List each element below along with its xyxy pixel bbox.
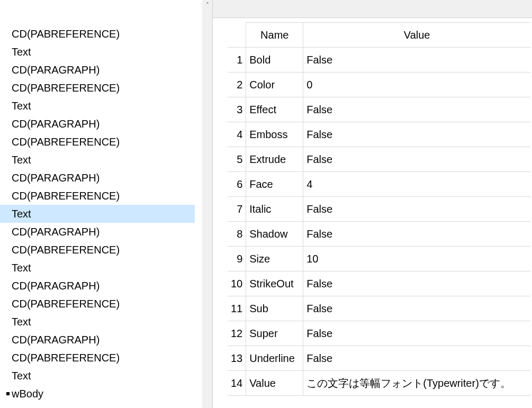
property-name: Value — [246, 371, 303, 396]
grid-row[interactable]: 14Valueこの文字は等幅フォント(Typewriter)です。 — [228, 371, 530, 396]
property-value[interactable]: 0 — [303, 72, 530, 97]
row-number: 12 — [228, 321, 246, 346]
tree-item[interactable]: CD(PARAGRAPH) — [12, 223, 202, 241]
property-value[interactable]: False — [303, 48, 530, 72]
tree-item[interactable]: Text — [12, 97, 202, 115]
tree-item[interactable]: CD(PARAGRAPH) — [12, 277, 202, 295]
app-root: CD(PABREFERENCE)TextCD(PARAGRAPH)CD(PABR… — [0, 0, 532, 408]
tree-scroll: CD(PABREFERENCE)TextCD(PARAGRAPH)CD(PABR… — [0, 0, 202, 408]
tree-item-label: CD(PARAGRAPH) — [12, 64, 100, 76]
tree-item[interactable]: wBody — [6, 385, 202, 403]
tree-item-label: CD(PABREFERENCE) — [12, 28, 120, 40]
grid-row[interactable]: 10StrikeOutFalse — [228, 271, 530, 296]
tree-item-label: CD(PABREFERENCE) — [12, 298, 120, 310]
grid-row[interactable]: 13UnderlineFalse — [228, 346, 530, 371]
tree-item[interactable]: CD(PARAGRAPH) — [12, 115, 202, 133]
tree: CD(PABREFERENCE)TextCD(PARAGRAPH)CD(PABR… — [0, 25, 202, 403]
tree-item[interactable]: CD(PARAGRAPH) — [12, 169, 202, 187]
tree-item-label: wBody — [12, 388, 43, 400]
property-name: Size — [246, 247, 303, 271]
tree-item[interactable]: Text — [12, 259, 202, 277]
property-value[interactable]: False — [303, 296, 530, 321]
property-name: Face — [246, 172, 303, 197]
property-value[interactable]: False — [303, 271, 530, 296]
property-name: StrikeOut — [246, 271, 303, 296]
grid-row[interactable]: 4EmbossFalse — [228, 122, 530, 147]
property-name: Underline — [246, 346, 303, 371]
property-value[interactable]: False — [303, 321, 530, 346]
grid-header-value[interactable]: Value — [303, 23, 530, 48]
tree-item-label: Text — [12, 370, 31, 382]
property-value[interactable]: 4 — [303, 172, 530, 197]
row-number: 9 — [228, 247, 246, 271]
grid-corner — [228, 23, 246, 48]
property-value[interactable]: False — [303, 346, 530, 371]
grid-header-row: Name Value — [228, 23, 530, 48]
property-value[interactable]: False — [303, 222, 530, 247]
row-number: 10 — [228, 271, 246, 296]
grid-row[interactable]: 9Size10 — [228, 247, 530, 271]
tree-item[interactable]: Text — [12, 313, 202, 331]
property-value[interactable]: False — [303, 122, 530, 147]
tree-item-label: CD(PARAGRAPH) — [12, 334, 100, 346]
tree-item-label: Text — [12, 46, 31, 58]
tree-pane: CD(PABREFERENCE)TextCD(PARAGRAPH)CD(PABR… — [0, 0, 213, 408]
tree-item[interactable]: Text — [0, 205, 195, 223]
tree-item[interactable]: Text — [12, 43, 202, 61]
row-number: 1 — [228, 48, 246, 72]
property-value[interactable]: False — [303, 97, 530, 122]
grid-row[interactable]: 6Face4 — [228, 172, 530, 197]
grid-row[interactable]: 1BoldFalse — [228, 48, 530, 72]
tree-expand-icon[interactable] — [6, 392, 10, 395]
grid-row[interactable]: 11SubFalse — [228, 296, 530, 321]
row-number: 6 — [228, 172, 246, 197]
tree-item-label: Text — [12, 100, 31, 112]
property-value[interactable]: False — [303, 147, 530, 172]
property-name: Extrude — [246, 147, 303, 172]
row-number: 4 — [228, 122, 246, 147]
tree-item[interactable]: CD(PARAGRAPH) — [12, 61, 202, 79]
tree-item-label: CD(PARAGRAPH) — [12, 280, 100, 292]
tree-item-label: Text — [12, 154, 31, 166]
grid-row[interactable]: 5ExtrudeFalse — [228, 147, 530, 172]
tree-item[interactable]: CD(PABREFERENCE) — [12, 187, 202, 205]
property-name: Effect — [246, 97, 303, 122]
row-number: 11 — [228, 296, 246, 321]
tree-item[interactable]: CD(PABREFERENCE) — [12, 241, 202, 259]
tree-item[interactable]: CD(PABREFERENCE) — [12, 79, 202, 97]
tree-item-label: CD(PABREFERENCE) — [12, 82, 120, 94]
tree-item-label: CD(PABREFERENCE) — [12, 244, 120, 256]
tree-item[interactable]: CD(PABREFERENCE) — [12, 25, 202, 43]
tree-item[interactable]: CD(PARAGRAPH) — [12, 331, 202, 349]
tree-item-label: CD(PARAGRAPH) — [12, 172, 100, 184]
tree-item-label: Text — [12, 262, 31, 274]
row-number: 8 — [228, 222, 246, 247]
grid-row[interactable]: 8ShadowFalse — [228, 222, 530, 247]
row-number: 2 — [228, 72, 246, 97]
tree-item-label: Text — [12, 316, 31, 328]
tree-item[interactable]: CD(PABREFERENCE) — [12, 349, 202, 367]
tree-item-label: CD(PABREFERENCE) — [12, 136, 120, 148]
grid-header-name[interactable]: Name — [246, 23, 303, 48]
grid-row[interactable]: 3EffectFalse — [228, 97, 530, 122]
property-name: Bold — [246, 48, 303, 72]
property-grid: Name Value 1BoldFalse2Color03EffectFalse… — [228, 22, 530, 396]
property-name: Shadow — [246, 222, 303, 247]
tree-item[interactable]: CD(PABREFERENCE) — [12, 295, 202, 313]
scroll-up-button[interactable]: ˄ — [202, 0, 212, 11]
property-name: Emboss — [246, 122, 303, 147]
tree-item[interactable]: CD(PABREFERENCE) — [12, 133, 202, 151]
details-pane: Name Value 1BoldFalse2Color03EffectFalse… — [213, 0, 532, 408]
property-value[interactable]: 10 — [303, 247, 530, 271]
tree-item-label: CD(PABREFERENCE) — [12, 352, 120, 364]
tree-item-label: CD(PARAGRAPH) — [12, 226, 100, 238]
grid-row[interactable]: 12SuperFalse — [228, 321, 530, 346]
grid-row[interactable]: 2Color0 — [228, 72, 530, 97]
property-value[interactable]: この文字は等幅フォント(Typewriter)です。 — [303, 371, 530, 396]
property-value[interactable]: False — [303, 197, 530, 222]
vertical-scrollbar[interactable]: ˄ — [202, 0, 212, 408]
property-name: Color — [246, 72, 303, 97]
tree-item[interactable]: Text — [12, 367, 202, 385]
grid-row[interactable]: 7ItalicFalse — [228, 197, 530, 222]
tree-item[interactable]: Text — [12, 151, 202, 169]
